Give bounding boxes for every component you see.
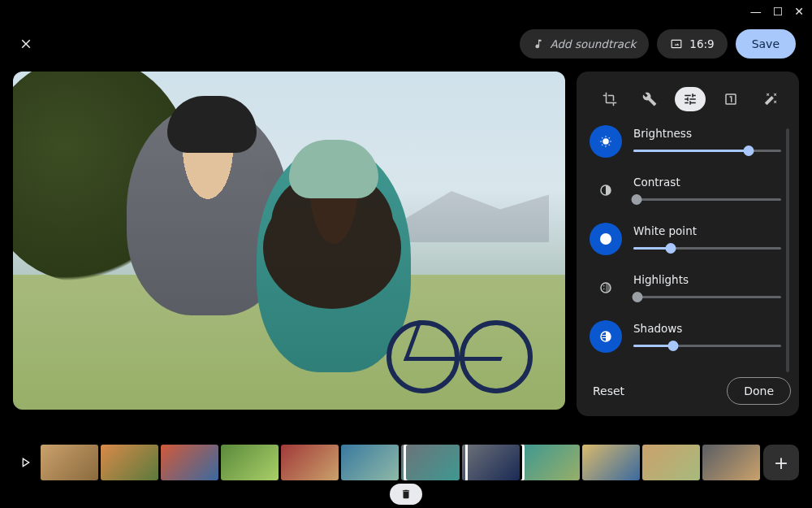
contrast-label: Contrast — [633, 176, 781, 189]
adjustment-highlights: Highlights — [590, 271, 781, 304]
play-button[interactable] — [13, 445, 37, 480]
shadows-slider[interactable] — [633, 340, 781, 351]
clip-thumbnails[interactable] — [41, 445, 760, 480]
clip-thumbnail[interactable] — [41, 445, 98, 480]
brightness-label: Brightness — [633, 127, 781, 140]
delete-clip-button[interactable] — [390, 484, 422, 505]
tab-filters[interactable] — [715, 87, 746, 111]
clip-thumbnail[interactable] — [401, 445, 459, 480]
window-controls: — ☐ ✕ — [750, 5, 804, 18]
playhead[interactable] — [465, 445, 468, 480]
magic-wand-icon — [763, 92, 778, 106]
clip-thumbnail[interactable] — [642, 445, 700, 480]
highlights-icon-button[interactable] — [590, 271, 622, 304]
save-button-label: Save — [752, 37, 780, 50]
adjustment-sliders: BrightnessContrastWhite pointHighlightsS… — [590, 125, 791, 374]
save-button[interactable]: Save — [736, 29, 796, 59]
aspect-ratio-label: 16:9 — [689, 37, 714, 50]
done-button[interactable]: Done — [727, 377, 791, 405]
clip-thumbnail[interactable] — [522, 445, 580, 480]
adjustment-shadows: Shadows — [590, 320, 781, 353]
clip-thumbnail[interactable] — [221, 445, 279, 480]
add-soundtrack-label: Add soundtrack — [551, 37, 637, 50]
whitepoint-slider[interactable] — [633, 242, 781, 254]
clip-thumbnail[interactable] — [702, 445, 760, 480]
tab-crop[interactable] — [594, 87, 625, 111]
adjust-sliders-icon — [683, 92, 698, 106]
clip-thumbnail[interactable] — [462, 445, 520, 480]
tab-markup[interactable] — [755, 87, 786, 111]
tab-tools[interactable] — [634, 87, 665, 111]
adjustments-panel: BrightnessContrastWhite pointHighlightsS… — [577, 72, 799, 416]
clip-thumbnail[interactable] — [161, 445, 218, 480]
close-editor-button[interactable] — [16, 34, 36, 54]
whitepoint-label: White point — [633, 224, 781, 237]
brightness-icon-button[interactable] — [590, 125, 622, 158]
editor-topbar: Add soundtrack 16:9 Save — [0, 26, 812, 62]
window-maximize-button[interactable]: ☐ — [773, 5, 784, 18]
adjustment-whitepoint: White point — [590, 223, 781, 255]
clip-thumbnail[interactable] — [101, 445, 158, 480]
whitepoint-icon-button[interactable] — [590, 223, 622, 255]
reset-button[interactable]: Reset — [590, 380, 628, 402]
trash-icon — [400, 488, 412, 500]
clip-thumbnail[interactable] — [281, 445, 339, 480]
aspect-ratio-button[interactable]: 16:9 — [657, 29, 727, 59]
panel-scrollbar[interactable] — [786, 128, 789, 372]
highlights-slider[interactable] — [633, 291, 781, 302]
contrast-slider[interactable] — [633, 193, 781, 205]
music-note-icon — [533, 38, 544, 50]
add-soundtrack-button[interactable]: Add soundtrack — [520, 29, 650, 59]
panel-footer: Reset Done — [590, 377, 791, 405]
brightness-slider[interactable] — [633, 145, 781, 156]
svg-point-3 — [603, 289, 605, 290]
tab-adjust[interactable] — [675, 87, 706, 111]
adjustment-brightness: Brightness — [590, 125, 781, 158]
timeline-strip: + — [13, 443, 799, 482]
aspect-ratio-icon — [670, 38, 683, 50]
shadows-icon-button[interactable] — [590, 320, 622, 353]
done-button-label: Done — [744, 384, 774, 397]
close-icon — [19, 37, 33, 51]
add-clip-button[interactable]: + — [763, 445, 799, 480]
filters-icon — [723, 92, 738, 106]
shadows-label: Shadows — [633, 322, 781, 335]
clip-thumbnail[interactable] — [341, 445, 399, 480]
play-icon — [19, 456, 32, 469]
plus-icon: + — [774, 453, 788, 473]
clip-thumbnail[interactable] — [582, 445, 640, 480]
tools-icon — [642, 92, 657, 106]
adjustment-contrast: Contrast — [590, 174, 781, 206]
window-minimize-button[interactable]: — — [750, 5, 762, 18]
highlights-label: Highlights — [633, 273, 781, 286]
contrast-icon-button[interactable] — [590, 174, 622, 206]
window-close-button[interactable]: ✕ — [794, 5, 804, 18]
svg-point-2 — [603, 285, 605, 287]
preview-bicycle — [387, 296, 533, 393]
tool-tabs — [590, 83, 791, 115]
crop-icon — [603, 92, 617, 106]
photo-preview[interactable] — [13, 72, 565, 410]
